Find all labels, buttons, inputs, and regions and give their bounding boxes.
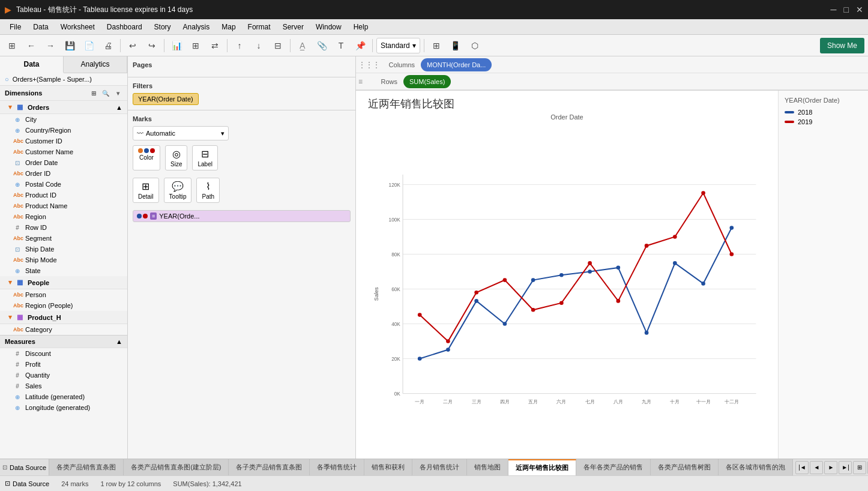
filter-year-pill[interactable]: YEAR(Order Date) [133, 93, 199, 105]
field-segment[interactable]: AbcSegment [0, 233, 127, 244]
tab-nav-prev[interactable]: ◄ [810, 461, 823, 474]
field-country[interactable]: ⊕Country/Region [0, 125, 127, 136]
menu-worksheet[interactable]: Worksheet [56, 22, 100, 32]
field-product-name[interactable]: AbcProduct Name [0, 200, 127, 211]
tab-6[interactable]: 各月销售统计 [412, 459, 467, 475]
marks-type-dropdown[interactable]: 〰 Automatic ▾ [133, 126, 229, 140]
menu-story[interactable]: Story [149, 22, 176, 32]
status-datasource[interactable]: ⊡ Data Source [5, 480, 49, 487]
field-profit[interactable]: #Profit [0, 359, 127, 370]
menu-window[interactable]: Window [311, 22, 346, 32]
tab-8[interactable]: 近两年销售比较图 [508, 459, 576, 475]
toolbar-print[interactable]: 🖨 [100, 37, 116, 54]
toolbar-new[interactable]: 📄 [80, 37, 97, 54]
dimensions-header[interactable]: Dimensions ⊞ 🔍 ▾ [0, 86, 127, 101]
toolbar-sort-desc[interactable]: ↓ [250, 37, 267, 54]
toolbar-redo[interactable]: ↪ [143, 37, 160, 54]
standard-dropdown[interactable]: Standard ▾ [376, 38, 420, 53]
tab-nav-first[interactable]: |◄ [795, 461, 809, 474]
tab-nav-next[interactable]: ► [824, 461, 837, 474]
field-discount[interactable]: #Discount [0, 348, 127, 359]
field-person[interactable]: AbcPerson [0, 289, 127, 300]
dimensions-collapse-icon[interactable]: ▾ [113, 88, 122, 98]
marks-detail-btn[interactable]: ⊞ Detail [133, 178, 159, 203]
dimensions-grid-icon[interactable]: ⊞ [89, 88, 98, 98]
menu-format[interactable]: Format [243, 22, 276, 32]
people-group-header[interactable]: ▾ ▦ People [0, 276, 127, 289]
menu-map[interactable]: Map [217, 22, 240, 32]
marks-label-btn[interactable]: ⊟ Label [192, 145, 217, 170]
field-ship-mode[interactable]: AbcShip Mode [0, 255, 127, 265]
marks-tooltip-btn[interactable]: 💬 Tooltip [164, 178, 192, 203]
tab-11[interactable]: 各区各城市销售的泡 [719, 459, 793, 475]
menu-data[interactable]: Data [28, 22, 53, 32]
field-product-id[interactable]: AbcProduct ID [0, 190, 127, 200]
tab-4[interactable]: 各季销售统计 [310, 459, 364, 475]
toolbar-filter[interactable]: ⊟ [270, 37, 286, 54]
marks-path-btn[interactable]: ⌇ Path [196, 178, 220, 203]
dimensions-search-icon[interactable]: 🔍 [101, 88, 110, 98]
menu-help[interactable]: Help [349, 22, 373, 32]
field-ship-date[interactable]: ⊡Ship Date [0, 244, 127, 255]
field-quantity[interactable]: #Quantity [0, 370, 127, 381]
marks-color-btn[interactable]: Color [133, 145, 160, 170]
toolbar-home[interactable]: ⊞ [4, 37, 20, 54]
title-bar-controls[interactable]: ─ □ ✕ [831, 5, 863, 14]
field-row-id[interactable]: #Row ID [0, 222, 127, 233]
tab-2[interactable]: 各类产品销售直条图(建立阶层) [124, 459, 229, 475]
toolbar-undo[interactable]: ↩ [124, 37, 141, 54]
field-longitude[interactable]: ⊕Longitude (generated) [0, 402, 127, 413]
toolbar-color[interactable]: A̲ [294, 37, 311, 54]
toolbar-pin[interactable]: 📌 [352, 37, 369, 54]
toolbar-swap[interactable]: ⇄ [206, 37, 223, 54]
menu-analysis[interactable]: Analysis [178, 22, 215, 32]
tab-7[interactable]: 销售地图 [467, 459, 508, 475]
columns-pill[interactable]: MONTH(Order Da... [421, 58, 492, 71]
field-order-date[interactable]: ⊡Order Date [0, 157, 127, 168]
tab-grid-view[interactable]: ⊞ [853, 461, 866, 474]
field-region-people[interactable]: AbcRegion (People) [0, 300, 127, 311]
data-source-tab[interactable]: ⊡ Data Source [0, 459, 49, 475]
maximize-button[interactable]: □ [844, 5, 849, 14]
tab-1[interactable]: 各类产品销售直条图 [49, 459, 124, 475]
rows-pill[interactable]: SUM(Sales) [403, 75, 451, 88]
product-group-header[interactable]: ▾ ▦ Product_H [0, 311, 127, 324]
toolbar-sort-asc[interactable]: ↑ [231, 37, 248, 54]
measures-scroll-up[interactable]: ▲ [116, 338, 122, 345]
menu-file[interactable]: File [5, 22, 26, 32]
data-source-item[interactable]: ○ Orders+(Sample - Super...) [0, 73, 127, 86]
tab-analytics[interactable]: Analytics [64, 56, 127, 73]
field-customer-id[interactable]: AbcCustomer ID [0, 136, 127, 146]
field-latitude[interactable]: ⊕Latitude (generated) [0, 391, 127, 402]
menu-dashboard[interactable]: Dashboard [102, 22, 147, 32]
tab-10[interactable]: 各类产品销售树图 [651, 459, 719, 475]
toolbar-back[interactable]: ← [23, 37, 40, 54]
field-category[interactable]: AbcCategory [0, 324, 127, 335]
field-postal-code[interactable]: ⊕Postal Code [0, 179, 127, 190]
tab-5[interactable]: 销售和获利 [364, 459, 412, 475]
toolbar-table[interactable]: ⊞ [187, 37, 204, 54]
toolbar-fit[interactable]: ⊞ [428, 37, 445, 54]
field-city[interactable]: ⊕City [0, 114, 127, 125]
toolbar-text[interactable]: T [333, 37, 349, 54]
tab-data[interactable]: Data [0, 56, 64, 73]
field-sales[interactable]: #Sales [0, 381, 127, 391]
toolbar-share[interactable]: ⬡ [466, 37, 483, 54]
field-customer-name[interactable]: AbcCustomer Name [0, 146, 127, 157]
marks-year-card[interactable]: ≡ YEAR(Orde... [133, 210, 351, 222]
close-button[interactable]: ✕ [856, 5, 863, 14]
toolbar-forward[interactable]: → [42, 37, 59, 54]
tab-3[interactable]: 各子类产品销售直条图 [229, 459, 310, 475]
toolbar-chart[interactable]: 📊 [168, 37, 185, 54]
marks-size-btn[interactable]: ◎ Size [165, 145, 187, 170]
toolbar-annotation[interactable]: 📎 [313, 37, 330, 54]
field-state[interactable]: ⊕State [0, 265, 127, 276]
menu-server[interactable]: Server [278, 22, 309, 32]
orders-scroll-up[interactable]: ▲ [116, 104, 122, 111]
show-me-button[interactable]: Show Me [820, 38, 864, 53]
field-order-id[interactable]: AbcOrder ID [0, 168, 127, 179]
tab-9[interactable]: 各年各类产品的销售 [576, 459, 651, 475]
toolbar-device[interactable]: 📱 [447, 37, 464, 54]
tab-nav-last[interactable]: ►| [839, 461, 852, 474]
orders-group-header[interactable]: ▾ ▦ Orders ▲ [0, 101, 127, 114]
